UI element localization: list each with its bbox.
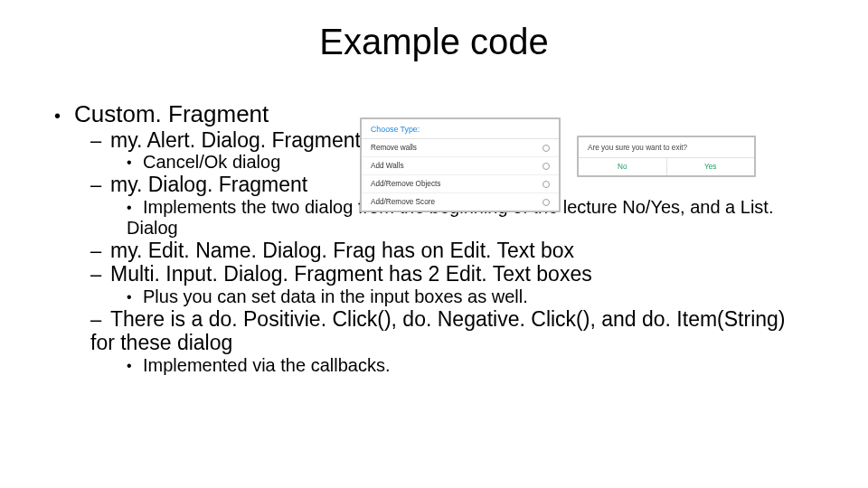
mock-list-label: Add/Remove Score: [371, 198, 435, 206]
bullet-text: Custom. Fragment: [74, 100, 269, 127]
slide: Example code Custom. Fragment my. Alert.…: [0, 0, 868, 488]
mock-list-label: Add Walls: [371, 162, 404, 170]
bullet-text: There is a do. Positivie. Click(), do. N…: [90, 307, 785, 354]
mock-yes-button: Yes: [666, 158, 755, 175]
bullet-text: my. Alert. Dialog. Fragment: [110, 128, 361, 152]
dash-icon: [90, 310, 110, 330]
mock-confirm-buttons: No Yes: [579, 157, 754, 175]
mock-confirm-message: Are you sure you want to exit?: [579, 137, 754, 157]
mock-screenshots: Choose Type: Remove walls Add Walls Add/…: [360, 117, 756, 212]
bullet-icon: [127, 152, 143, 172]
mock-list-header: Choose Type:: [362, 119, 559, 139]
mock-list-label: Remove walls: [371, 144, 417, 152]
mock-list-row: Remove walls: [362, 139, 559, 157]
mock-list-row: Add Walls: [362, 157, 559, 175]
dash-icon: [90, 265, 110, 285]
dash-icon: [90, 131, 110, 151]
bullet-lv3: Implemented via the callbacks.: [127, 355, 814, 376]
bullet-text: Multi. Input. Dialog. Fragment has 2 Edi…: [110, 262, 592, 286]
bullet-text: my. Edit. Name. Dialog. Frag has on Edit…: [110, 239, 574, 262]
dash-icon: [90, 241, 110, 261]
radio-icon: [542, 181, 550, 188]
radio-icon: [542, 163, 550, 170]
bullet-text: Implemented via the callbacks.: [143, 355, 390, 375]
bullet-lv2: There is a do. Positivie. Click(), do. N…: [90, 307, 814, 355]
mock-list-label: Add/Remove Objects: [371, 180, 440, 188]
bullet-lv3: Plus you can set data in the input boxes…: [127, 286, 814, 307]
bullet-icon: [54, 106, 74, 126]
radio-icon: [542, 199, 550, 206]
mock-list-row: Add/Remove Objects: [362, 175, 559, 193]
mock-no-button: No: [579, 158, 666, 175]
bullet-text: Cancel/Ok dialog: [143, 152, 280, 172]
bullet-icon: [127, 355, 143, 375]
mock-list-row: Add/Remove Score: [362, 193, 559, 211]
bullet-lv2: Multi. Input. Dialog. Fragment has 2 Edi…: [90, 262, 814, 286]
bullet-icon: [127, 197, 143, 217]
radio-icon: [542, 145, 550, 152]
slide-title: Example code: [0, 22, 868, 62]
bullet-icon: [127, 286, 143, 306]
mock-confirm-dialog: Are you sure you want to exit? No Yes: [577, 136, 756, 177]
dash-icon: [90, 175, 110, 195]
bullet-text: my. Dialog. Fragment: [110, 173, 307, 196]
mock-list-dialog: Choose Type: Remove walls Add Walls Add/…: [360, 117, 561, 212]
bullet-lv2: my. Edit. Name. Dialog. Frag has on Edit…: [90, 239, 814, 262]
bullet-text: Plus you can set data in the input boxes…: [143, 286, 528, 306]
